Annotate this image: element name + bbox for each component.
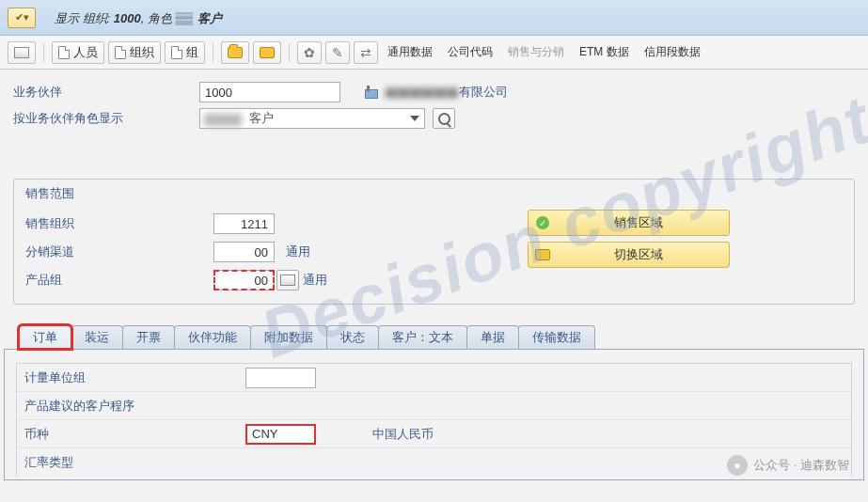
tab-billing[interactable]: 开票 xyxy=(122,325,175,349)
sales-dist-button[interactable]: 销售与分销 xyxy=(502,41,570,64)
app-icon[interactable]: ✔▾ xyxy=(8,8,36,28)
role-dropdown[interactable]: ▇▇▇▇客户 xyxy=(199,108,425,129)
division-f4-button[interactable] xyxy=(276,270,299,290)
factory-icon xyxy=(363,86,378,99)
sales-area-title: 销售范围 xyxy=(25,180,843,210)
etm-data-button[interactable]: ETM 数据 xyxy=(574,41,635,64)
tab-additional[interactable]: 附加数据 xyxy=(250,325,327,349)
toolbar: 人员 组织 组 ✿ ✎ ⇄ 通用数据 公司代码 销售与分销 ETM 数据 信用段… xyxy=(0,36,868,70)
general-data-button[interactable]: 通用数据 xyxy=(382,41,438,64)
document-icon xyxy=(58,46,70,59)
tab-transfer[interactable]: 传输数据 xyxy=(518,325,595,349)
sales-org-input[interactable]: 1211 xyxy=(213,213,275,234)
tab-shipping[interactable]: 装运 xyxy=(71,325,123,349)
currency-text: 中国人民币 xyxy=(372,426,434,443)
f4-icon xyxy=(280,275,295,286)
tab-strip: 订单 装运 开票 伙伴功能 附加数据 状态 客户：文本 单据 传输数据 xyxy=(19,325,868,349)
rate-type-label: 汇率类型 xyxy=(24,454,245,471)
folder-icon xyxy=(535,249,550,260)
document-icon xyxy=(171,46,182,59)
tab-status[interactable]: 状态 xyxy=(326,325,379,349)
company-code-button[interactable]: 公司代码 xyxy=(442,41,498,64)
person-button[interactable]: 人员 xyxy=(52,41,104,64)
search-icon xyxy=(438,113,450,125)
group-button[interactable]: 组 xyxy=(165,41,205,64)
check-icon: ✓ xyxy=(536,216,549,229)
partner-name: ▇▇▇▇▇▇有限公司 xyxy=(386,84,508,101)
division-text: 通用 xyxy=(303,272,327,289)
partner-label: 业务伙伴 xyxy=(13,84,192,101)
role-label: 按业务伙伴角色显示 xyxy=(13,110,192,127)
menu-button[interactable] xyxy=(8,41,36,64)
product-proposal-label: 产品建议的客户程序 xyxy=(24,398,245,415)
title-bar: ✔▾ 显示 组织: 1000, 角色 ▒▒ 客户 xyxy=(0,0,868,36)
wand-button[interactable]: ✎ xyxy=(325,41,350,64)
partner-input[interactable]: 1000 xyxy=(199,82,340,102)
tab-documents[interactable]: 单据 xyxy=(466,325,519,349)
folder-icon xyxy=(260,47,275,58)
uom-group-label: 计量单位组 xyxy=(24,369,245,386)
sales-org-label: 销售组织 xyxy=(25,215,213,232)
division-label: 产品组 xyxy=(25,272,213,289)
wechat-attribution: ● 公众号 · 迪森数智 xyxy=(727,455,849,476)
role-search-button[interactable] xyxy=(433,108,455,129)
currency-input[interactable]: CNY xyxy=(245,424,316,445)
tab-partner[interactable]: 伙伴功能 xyxy=(174,325,251,349)
tab-customer-text[interactable]: 客户：文本 xyxy=(378,325,467,349)
tab-order[interactable]: 订单 xyxy=(19,325,71,349)
wand-icon: ✎ xyxy=(332,45,343,60)
dist-channel-label: 分销渠道 xyxy=(25,243,213,260)
org-button[interactable]: 组织 xyxy=(108,41,161,64)
sales-area-group: 销售范围 销售组织 1211 分销渠道 00 通用 产品组 00 通用 xyxy=(13,179,855,305)
dist-channel-input[interactable]: 00 xyxy=(213,242,275,262)
document-icon xyxy=(115,46,126,59)
wechat-icon: ● xyxy=(727,455,748,476)
settings-button[interactable]: ✿ xyxy=(297,41,322,64)
folder-button[interactable] xyxy=(253,41,281,64)
gear-icon: ✿ xyxy=(304,45,315,60)
window-title: 显示 组织: 1000, 角色 ▒▒ 客户 xyxy=(55,8,222,27)
folder-open-icon xyxy=(228,47,243,58)
sales-area-button[interactable]: ✓ 销售区域 xyxy=(528,210,730,236)
currency-label: 币种 xyxy=(24,426,245,443)
uom-group-input[interactable] xyxy=(245,368,316,388)
dist-channel-text: 通用 xyxy=(286,243,310,260)
credit-data-button[interactable]: 信用段数据 xyxy=(639,41,706,64)
relation-button[interactable]: ⇄ xyxy=(354,41,378,64)
switch-area-button[interactable]: 切换区域 xyxy=(528,242,730,268)
relation-icon: ⇄ xyxy=(360,45,371,60)
division-input[interactable]: 00 xyxy=(213,270,275,290)
open-button[interactable] xyxy=(221,41,249,64)
